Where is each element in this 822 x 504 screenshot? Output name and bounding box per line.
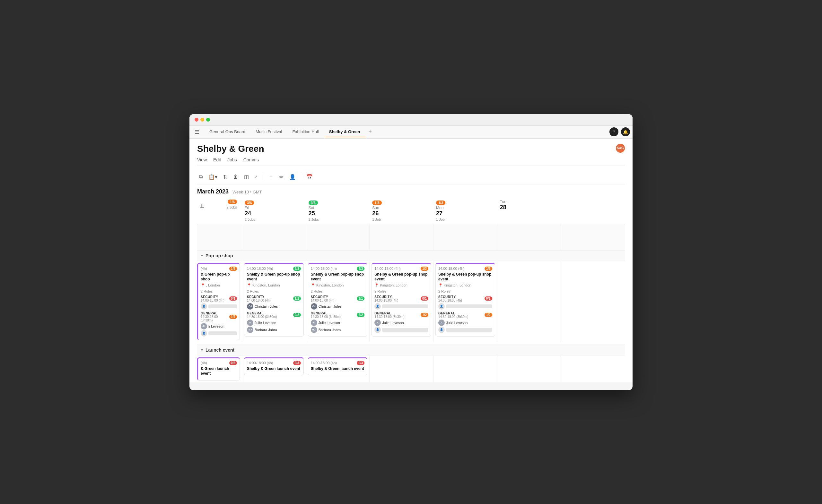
- page-title: Shelby & Green: [197, 144, 264, 154]
- role-time-general-mon: 14:30-18:00 (3h30m): [438, 315, 468, 319]
- event-card-label-popup[interactable]: (4h) 1/3 & Green pop-up shop 📍, London 2…: [197, 263, 240, 340]
- role-general-sun: GENERAL 14:30-18:00 (3h30m) 1/2 JL Julie…: [374, 312, 428, 333]
- role-time-security-sat: 14:00-18:00 (4h): [311, 299, 335, 302]
- worker-avatar-placeholder2-sun: 👤: [374, 327, 381, 333]
- role-time-general-sat: 14:30-18:00 (3h30m): [311, 315, 341, 319]
- close-button[interactable]: [194, 118, 198, 122]
- role-security-sun: SECURITY 14:00-18:00 (4h) 0/1 👤: [374, 295, 428, 310]
- nav-view[interactable]: View: [197, 157, 207, 163]
- worker-avatar-li-0: JL: [201, 323, 207, 329]
- notifications-button[interactable]: 🔔: [621, 127, 630, 136]
- worker-avatar-julie-sun: JL: [374, 320, 381, 326]
- location-pin-icon-fri: 📍: [247, 283, 252, 287]
- event-card-sat-popup[interactable]: 14:00-18:00 (4h) 3/3 Shelby & Green pop-…: [308, 263, 368, 337]
- role-general-0: GENERAL 14:30-18:00 (3h30m) 1/2 JL li Le…: [201, 312, 237, 337]
- role-time-general-0: 14:30-18:00 (3h30m): [201, 315, 229, 322]
- tab-shelby-green[interactable]: Shelby & Green: [324, 127, 365, 137]
- nav-comms[interactable]: Comms: [244, 157, 259, 163]
- event-time-launch-0: (4h): [201, 361, 207, 365]
- user-avatar[interactable]: S&G: [616, 144, 625, 153]
- role-general-fri: GENERAL 14:30-18:00 (3h30m) 2/2 JL Julie…: [247, 312, 301, 333]
- main-content: Shelby & Green S&G View Edit Jobs Comms …: [189, 139, 633, 382]
- event-badge-0: 1/3: [229, 267, 237, 271]
- role-time-general-fri: 14:30-18:00 (3h30m): [247, 315, 277, 319]
- nav-jobs[interactable]: Jobs: [227, 157, 237, 163]
- event-card-fri-popup[interactable]: 14:00-18:00 (4h) 3/3 Shelby & Green pop-…: [244, 263, 304, 337]
- tue-label: Tue: [500, 200, 559, 204]
- sat-number: 25: [309, 210, 367, 217]
- assign-button[interactable]: 👤: [287, 173, 298, 181]
- popup-shop-label-cell: (4h) 1/3 & Green pop-up shop 📍, London 2…: [197, 261, 242, 342]
- event-roles-sun: 2 Roles: [374, 289, 428, 293]
- worker-name-christain-fri: Christain Jules: [255, 304, 278, 308]
- event-time-sat-launch: 14:00-18:00 (4h): [311, 361, 337, 365]
- event-title-fri: Shelby & Green pop-up shop event: [247, 272, 301, 282]
- worker-avatar-barbara-fri: BJ: [247, 327, 253, 333]
- role-time-security-fri: 14:00-18:00 (4h): [247, 299, 271, 302]
- popup-shop-mon-cell: 14:00-18:00 (4h) 1/3 Shelby & Green pop-…: [433, 261, 497, 342]
- tab-exhibition-hall[interactable]: Exhibition Hall: [287, 127, 324, 137]
- worker-avatar-placeholder-sun: 👤: [374, 303, 381, 310]
- popup-shop-title: Pop-up shop: [206, 253, 233, 258]
- event-card-sat-launch[interactable]: 14:00-18:00 (4h) 0/3 Shelby & Green laun…: [308, 357, 368, 376]
- copy-button[interactable]: ⧉: [197, 173, 204, 181]
- add-tab-button[interactable]: +: [365, 127, 375, 137]
- event-card-label-launch[interactable]: (4h) 0/3 & Green launch event: [197, 357, 240, 380]
- minimize-button[interactable]: [200, 118, 204, 122]
- calendar-button[interactable]: 📅: [304, 173, 315, 181]
- empty-tue-cell: [497, 224, 561, 250]
- sat-jobs: 2 Jobs: [309, 218, 367, 221]
- event-roles-fri: 2 Roles: [247, 289, 301, 293]
- tab-general-ops-board[interactable]: General Ops Board: [204, 127, 251, 137]
- launch-event-mon-cell: [433, 355, 497, 382]
- menu-button[interactable]: ☰: [192, 128, 201, 136]
- event-time-sat: 14:00-18:00 (4h): [311, 267, 337, 270]
- event-location-mon: 📍 Kingston, London: [438, 283, 492, 287]
- launch-event-fri-cell: 14:00-18:00 (4h) 0/3 Shelby & Green laun…: [242, 355, 306, 382]
- role-badge-general-sun: 1/2: [421, 313, 428, 317]
- worker-avatar-christain-fri: CJ: [247, 303, 253, 310]
- event-title-0: & Green pop-up shop: [201, 272, 237, 282]
- role-badge-security-mon: 0/1: [484, 296, 492, 301]
- event-badge-sun: 1/3: [421, 267, 428, 271]
- layers-button[interactable]: ◫: [242, 173, 251, 181]
- event-badge-sat: 3/3: [357, 267, 364, 271]
- empty-mon-cell: [433, 224, 497, 250]
- grid-header-sat: 3/6 Sat 25 2 Jobs: [306, 198, 370, 224]
- role-badge-general-fri: 2/2: [293, 313, 301, 317]
- add-button[interactable]: ＋: [267, 172, 276, 182]
- filter-button[interactable]: ⇅: [221, 173, 229, 181]
- launch-event-label-cell: (4h) 0/3 & Green launch event: [197, 355, 242, 382]
- grid-empty-row: [197, 224, 625, 250]
- nav-edit[interactable]: Edit: [213, 157, 221, 163]
- grid-header-tue: Tue 28: [497, 198, 561, 224]
- tab-music-festival[interactable]: Music Festival: [251, 127, 287, 137]
- edit-button[interactable]: ✏: [278, 173, 286, 181]
- worker-julie-mon: JL Julie Leveson: [438, 320, 492, 326]
- worker-avatar-placeholder-0: 👤: [201, 303, 207, 310]
- maximize-button[interactable]: [206, 118, 210, 122]
- role-name-general-0: GENERAL: [201, 312, 229, 315]
- help-button[interactable]: ?: [609, 127, 619, 136]
- popup-shop-toggle[interactable]: ▾: [201, 253, 203, 258]
- empty-sun-cell: [370, 224, 433, 250]
- event-card-mon-popup[interactable]: 14:00-18:00 (4h) 1/3 Shelby & Green pop-…: [435, 263, 495, 337]
- role-name-security-mon: SECURITY: [438, 295, 462, 299]
- empty-sat-cell: [306, 224, 370, 250]
- worker-julie-fri: JL Julie Leveson: [247, 320, 301, 326]
- launch-event-toggle[interactable]: ▾: [201, 348, 203, 352]
- role-name-general-mon: GENERAL: [438, 312, 468, 315]
- calendar-grid: 1/6 2 Jobs ⇊ 3/6 Fri 24 2 Jobs 3/6 Sat 2…: [197, 198, 625, 382]
- paste-button[interactable]: 📋▾: [207, 173, 219, 181]
- worker-name-placeholder-0: [209, 304, 237, 308]
- menu-icon: ☰: [194, 129, 199, 135]
- collapse-all-button[interactable]: ⇊: [200, 203, 204, 210]
- event-card-fri-launch[interactable]: 14:00-18:00 (4h) 0/3 Shelby & Green laun…: [244, 357, 304, 376]
- slash-button[interactable]: ⌿: [253, 173, 260, 181]
- worker-barbara-sat: BJ Barbara Jabra: [311, 327, 365, 333]
- worker-julie-sat: JL Julie Leveson: [311, 320, 365, 326]
- event-card-sun-popup[interactable]: 14:00-18:00 (4h) 1/3 Shelby & Green pop-…: [372, 263, 431, 337]
- toolbar-divider: [263, 174, 263, 180]
- role-general-sat: GENERAL 14:30-18:00 (3h30m) 2/2 JL Julie…: [311, 312, 365, 333]
- delete-button[interactable]: 🗑: [231, 173, 240, 181]
